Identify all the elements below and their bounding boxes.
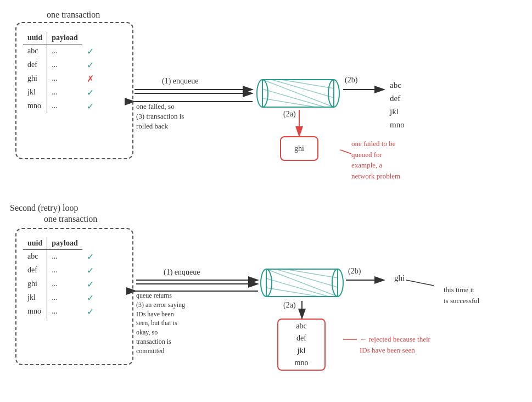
bottom-row-ghi-payload: ... — [47, 277, 82, 291]
bottom-table-uuid-header: uuid — [23, 237, 47, 250]
bottom-transaction-label: one transaction — [44, 214, 97, 224]
bottom-queue-cylinder — [256, 261, 347, 305]
top-row-ghi-cross: ✗ — [87, 74, 94, 83]
top-row-abc-payload: ... — [47, 44, 82, 58]
svg-line-35 — [266, 288, 320, 297]
svg-line-18 — [406, 280, 434, 286]
top-row-ghi-id: ghi — [23, 72, 47, 86]
bottom-row-abc-check: ✓ — [87, 252, 94, 261]
top-row-def-id: def — [23, 58, 47, 72]
top-row-def-check: ✓ — [87, 60, 94, 70]
top-queue-cylinder — [253, 71, 343, 115]
bottom-row-jkl-payload: ... — [47, 291, 82, 305]
top-2a-label: (2a) — [283, 110, 296, 119]
bottom-row-jkl-id: jkl — [23, 291, 47, 305]
top-rollback-label: (3) one failed, so(3) transaction isroll… — [136, 102, 235, 132]
top-row-jkl-check: ✓ — [87, 88, 94, 97]
top-table-uuid-header: uuid — [23, 32, 47, 44]
top-row-ghi-payload: ... — [47, 72, 82, 86]
bottom-row-ghi-check: ✓ — [87, 280, 94, 289]
top-row-def-payload: ... — [47, 58, 82, 72]
top-table-payload-header: payload — [47, 32, 82, 44]
bottom-row-abc-id: abc — [23, 250, 47, 264]
svg-line-20 — [262, 80, 334, 107]
top-table: uuid payload abc ... ✓ def ... ✓ ghi ...… — [23, 32, 98, 113]
bottom-row-def-id: def — [23, 264, 47, 277]
top-failed-box: ghi — [280, 136, 318, 161]
bottom-success-item: ghi — [394, 273, 405, 283]
bottom-rejected-box: abcdefjklmno — [277, 319, 326, 371]
bottom-success-note: this time itis successful — [444, 284, 479, 306]
svg-line-22 — [281, 80, 334, 88]
top-row-jkl-id: jkl — [23, 86, 47, 99]
bottom-row-def-payload: ... — [47, 264, 82, 277]
bottom-table: uuid payload abc ... ✓ def ... ✓ ghi ...… — [23, 237, 98, 319]
bottom-table-payload-header: payload — [47, 237, 82, 250]
top-enqueue-label: (1) enqueue — [162, 77, 198, 86]
bottom-row-jkl-check: ✓ — [87, 293, 94, 303]
top-right-items: abcdefjklmno — [390, 79, 405, 131]
diagram: one transaction uuid payload abc ... ✓ d… — [0, 0, 532, 402]
top-failed-item: ghi — [294, 143, 304, 154]
top-2b-label: (2b) — [345, 76, 357, 85]
top-row-abc-id: abc — [23, 44, 47, 58]
bottom-row-abc-payload: ... — [47, 250, 82, 264]
bottom-row-mno-payload: ... — [47, 305, 82, 319]
svg-line-32 — [285, 269, 338, 278]
bottom-row-def-check: ✓ — [87, 266, 94, 275]
svg-line-30 — [266, 269, 338, 297]
bottom-2a-label: (2a) — [283, 301, 296, 310]
top-failed-note: one failed to bequeued forexample, anetw… — [351, 138, 450, 181]
bottom-committed-label: queue returns(3) an error sayingIDs have… — [136, 291, 246, 356]
bottom-row-ghi-id: ghi — [23, 277, 47, 291]
top-row-mno-payload: ... — [47, 99, 82, 113]
svg-line-11 — [340, 150, 351, 154]
bottom-rejected-note: ← rejected because theirIDs have been se… — [360, 334, 469, 355]
top-row-mno-id: mno — [23, 99, 47, 113]
top-row-jkl-payload: ... — [47, 86, 82, 99]
bottom-row-mno-check: ✓ — [87, 307, 94, 316]
svg-line-25 — [262, 98, 316, 107]
bottom-2b-label: (2b) — [348, 267, 361, 276]
bottom-enqueue-label: (1) enqueue — [164, 268, 200, 277]
top-row-abc-check: ✓ — [87, 47, 94, 56]
second-loop-label: Second (retry) loop — [10, 203, 78, 213]
bottom-row-mno-id: mno — [23, 305, 47, 319]
top-transaction-label: one transaction — [47, 10, 100, 20]
top-row-mno-check: ✓ — [87, 102, 94, 111]
